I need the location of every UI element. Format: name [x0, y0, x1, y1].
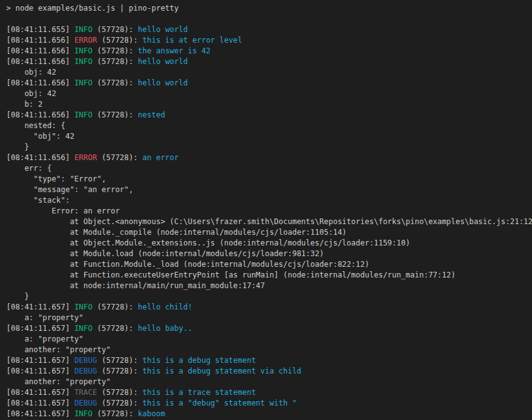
log-message: this is a trace statement: [143, 388, 256, 397]
terminal-detail-line: obj: 42: [6, 67, 532, 78]
log-level-info: INFO: [74, 409, 92, 418]
terminal-log-line: [08:41:11.657] INFO (57728): hello baby.…: [6, 323, 532, 334]
terminal-log-line: [08:41:11.657] TRACE (57728): this is a …: [6, 387, 532, 398]
log-level-trace: TRACE: [74, 388, 97, 397]
log-message: this is at error level: [143, 36, 242, 45]
log-level-info: INFO: [74, 57, 92, 66]
log-message: hello world: [138, 78, 188, 87]
log-message: hello world: [138, 57, 188, 66]
terminal-detail-line: at node:internal/main/run_main_module:17…: [6, 281, 532, 291]
log-message: hello child!: [138, 303, 193, 311]
log-message: hello world: [138, 25, 188, 34]
terminal-detail-line: at Object.<anonymous> (C:\Users\frazer.s…: [6, 217, 532, 227]
terminal-detail-line: "message": "an error",: [6, 185, 532, 195]
log-level-info: INFO: [74, 25, 92, 34]
terminal-output: > node examples/basic.js | pino-pretty[0…: [6, 3, 532, 419]
log-message: nested: [138, 110, 165, 119]
log-level-info: INFO: [74, 303, 92, 311]
terminal-detail-line: b: 2: [6, 99, 532, 110]
terminal-log-line: [08:41:11.657] DEBUG (57728): this is a …: [6, 398, 532, 409]
terminal-detail-line: obj: 42: [6, 89, 532, 99]
terminal-detail-line: a: "property": [6, 313, 532, 323]
terminal-log-line: [08:41:11.656] ERROR (57728): an error: [6, 153, 532, 163]
terminal-log-line: [08:41:11.655] INFO (57728): hello world: [6, 24, 532, 35]
terminal-detail-line: nested: {: [6, 121, 532, 131]
terminal-log-line: [08:41:11.657] DEBUG (57728): this is a …: [6, 366, 532, 377]
log-message: this is a debug statement: [143, 356, 256, 365]
log-message: kaboom: [138, 409, 165, 418]
terminal-log-line: [08:41:11.656] INFO (57728): hello world: [6, 57, 532, 67]
terminal[interactable]: > node examples/basic.js | pino-pretty[0…: [0, 0, 532, 420]
terminal-log-line: [08:41:11.657] INFO (57728): hello child…: [6, 302, 532, 313]
log-level-info: INFO: [74, 46, 92, 55]
terminal-log-line: [08:41:11.657] INFO (57728): kaboom: [6, 409, 532, 419]
terminal-detail-line: }: [6, 142, 532, 153]
terminal-detail-line: err: {: [6, 163, 532, 174]
log-message: an error: [143, 153, 179, 162]
log-level-info: INFO: [74, 110, 92, 119]
terminal-detail-line: "obj": 42: [6, 131, 532, 142]
log-level-info: INFO: [74, 324, 92, 333]
log-level-debug: DEBUG: [74, 367, 97, 375]
log-message: this is a debug statement via child: [143, 367, 301, 375]
terminal-detail-line: "type": "Error",: [6, 174, 532, 185]
log-level-error: ERROR: [74, 153, 97, 162]
terminal-detail-line: at Module._compile (node:internal/module…: [6, 227, 532, 238]
terminal-detail-line: at Module.load (node:internal/modules/cj…: [6, 249, 532, 259]
terminal-log-line: [08:41:11.656] INFO (57728): the answer …: [6, 46, 532, 57]
terminal-log-line: [08:41:11.656] ERROR (57728): this is at…: [6, 35, 532, 46]
terminal-detail-line: at Function.executeUserEntryPoint [as ru…: [6, 270, 532, 281]
log-message: this is a "debug" statement with ": [143, 399, 297, 407]
terminal-detail-line: a: "property": [6, 334, 532, 345]
log-level-error: ERROR: [74, 36, 97, 45]
log-message: the answer is 42: [138, 46, 211, 55]
terminal-command-line: > node examples/basic.js | pino-pretty: [6, 3, 532, 14]
terminal-detail-line: at Function.Module._load (node:internal/…: [6, 259, 532, 270]
log-message: hello baby..: [138, 324, 193, 333]
terminal-blank-line: [6, 14, 532, 24]
terminal-detail-line: }: [6, 291, 532, 302]
terminal-log-line: [08:41:11.657] DEBUG (57728): this is a …: [6, 355, 532, 366]
terminal-detail-line: another: "property": [6, 377, 532, 387]
terminal-detail-line: Error: an error: [6, 206, 532, 217]
log-level-debug: DEBUG: [74, 399, 97, 407]
terminal-detail-line: another: "property": [6, 345, 532, 355]
terminal-detail-line: "stack":: [6, 195, 532, 206]
log-level-debug: DEBUG: [74, 356, 97, 365]
terminal-detail-line: at Object.Module._extensions..js (node:i…: [6, 238, 532, 249]
terminal-log-line: [08:41:11.656] INFO (57728): nested: [6, 110, 532, 121]
log-level-info: INFO: [74, 78, 92, 87]
terminal-log-line: [08:41:11.656] INFO (57728): hello world: [6, 78, 532, 89]
